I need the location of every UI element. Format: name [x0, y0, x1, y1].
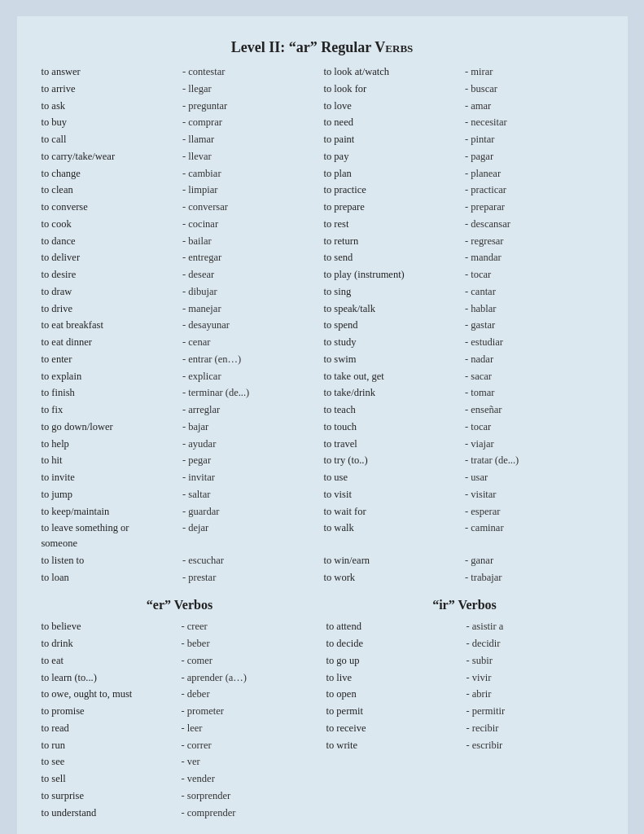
ar-verb-spanish-left-12: - desear [182, 267, 321, 283]
ar-verb-english-left-1: to arrive [42, 81, 180, 97]
ar-verb-english-left-12: to desire [42, 267, 180, 283]
ar-verb-english-right-17: to swim [324, 352, 462, 367]
ar-verb-spanish-right-6: - planear [465, 166, 603, 182]
ar-verb-spanish-right-20: - enseñar [465, 402, 603, 418]
ar-verb-spanish-right-3: - necesitar [465, 115, 603, 130]
ir-verb-spanish-2: - subir [467, 653, 603, 669]
ar-verb-english-right-28: to win/earn [324, 553, 462, 568]
ar-verb-english-left-15: to eat breakfast [42, 318, 180, 333]
ar-verb-english-right-5: to pay [324, 149, 462, 165]
ar-verb-spanish-right-13: - cantar [465, 284, 603, 300]
er-verb-spanish-0: - creer [182, 619, 318, 634]
ar-verb-spanish-right-25: - visitar [465, 487, 603, 503]
er-verb-spanish-1: - beber [182, 636, 318, 652]
ar-verb-english-right-14: to speak/talk [324, 301, 462, 317]
ar-verb-spanish-left-4: - llamar [182, 132, 321, 147]
ir-verb-english-6: to receive [326, 721, 463, 736]
er-verb-spanish-11: - comprender [182, 805, 318, 821]
ar-verb-spanish-left-1: - llegar [182, 81, 321, 97]
ar-verb-english-right-27: to walk [324, 520, 462, 551]
ar-verb-spanish-right-5: - pagar [465, 149, 603, 165]
section-title: Level II: “ar” Regular Verbs [42, 39, 603, 56]
ir-verb-english-4: to open [326, 687, 463, 702]
er-verb-english-11: to understand [42, 805, 178, 821]
ar-verb-spanish-left-19: - terminar (de...) [182, 385, 321, 401]
ar-verb-english-right-11: to send [324, 250, 462, 266]
ar-verb-english-left-9: to cook [42, 217, 180, 232]
ar-verb-english-left-22: to help [42, 437, 180, 452]
ar-verb-english-left-29: to loan [42, 570, 180, 586]
ar-verb-english-left-8: to converse [42, 200, 180, 215]
ar-verb-spanish-right-10: - regresar [465, 234, 603, 249]
ar-verb-english-left-11: to deliver [42, 250, 180, 266]
ar-verb-english-right-15: to spend [324, 318, 462, 333]
er-verb-spanish-2: - comer [182, 653, 318, 669]
ar-verb-spanish-right-24: - usar [465, 470, 603, 485]
er-verb-spanish-4: - deber [182, 687, 318, 702]
ar-verb-english-left-0: to answer [42, 64, 180, 80]
er-verb-english-1: to drink [42, 636, 178, 652]
ar-verb-english-right-7: to practice [324, 182, 462, 198]
ar-verb-spanish-right-22: - viajar [465, 437, 603, 452]
ar-verb-english-right-0: to look at/watch [324, 64, 462, 80]
ar-verb-english-right-8: to prepare [324, 200, 462, 215]
ar-verb-english-left-2: to ask [42, 99, 180, 114]
er-verbs-grid: to believe- creerto drink- beberto eat- … [42, 619, 318, 820]
er-verb-spanish-7: - correr [182, 738, 318, 753]
ar-verb-spanish-right-2: - amar [465, 99, 603, 114]
ar-verb-spanish-right-23: - tratar (de...) [465, 453, 603, 468]
ar-verb-spanish-left-25: - saltar [182, 487, 321, 503]
ar-verb-english-right-12: to play (instrument) [324, 267, 462, 283]
ar-verb-spanish-right-11: - mandar [465, 250, 603, 266]
ar-verb-spanish-left-7: - limpiar [182, 182, 321, 198]
ar-verb-spanish-right-7: - practicar [465, 182, 603, 198]
ar-verb-spanish-left-26: - guardar [182, 504, 321, 520]
ir-verb-english-7: to write [326, 738, 463, 753]
ar-verb-english-right-13: to sing [324, 284, 462, 300]
er-verb-english-0: to believe [42, 619, 178, 634]
ar-verb-spanish-left-16: - cenar [182, 335, 321, 350]
ar-verb-english-right-2: to love [324, 99, 462, 114]
ar-verb-spanish-right-15: - gastar [465, 318, 603, 333]
ar-verb-spanish-left-0: - contestar [182, 64, 321, 80]
ir-verb-spanish-1: - decidir [467, 636, 603, 652]
subsections-row: “er” Verbos to believe- creerto drink- b… [42, 598, 603, 820]
ar-verb-spanish-right-16: - estudiar [465, 335, 603, 350]
ar-verbs-grid: to answer- contestarto look at/watch- mi… [42, 64, 603, 585]
ar-verb-english-left-5: to carry/take/wear [42, 149, 180, 165]
ar-verb-english-left-27: to leave something or someone [42, 520, 180, 551]
ar-verb-english-right-20: to teach [324, 402, 462, 418]
ar-verb-spanish-left-6: - cambiar [182, 166, 321, 182]
ir-verb-english-2: to go up [326, 653, 463, 669]
er-verb-spanish-8: - ver [182, 754, 318, 770]
ar-verb-spanish-left-3: - comprar [182, 115, 321, 130]
ir-verb-english-0: to attend [326, 619, 463, 634]
ar-verb-spanish-left-11: - entregar [182, 250, 321, 266]
ar-verb-english-right-18: to take out, get [324, 369, 462, 384]
ir-verb-english-3: to live [326, 670, 463, 686]
ar-verb-spanish-left-21: - bajar [182, 419, 321, 435]
ir-title: “ir” Verbos [326, 598, 603, 612]
ar-verb-english-left-17: to enter [42, 352, 180, 367]
ar-verb-spanish-left-23: - pegar [182, 453, 321, 468]
ar-verb-spanish-right-1: - buscar [465, 81, 603, 97]
ar-verb-english-right-19: to take/drink [324, 385, 462, 401]
ar-verb-spanish-left-5: - llevar [182, 149, 321, 165]
ar-verb-spanish-left-22: - ayudar [182, 437, 321, 452]
ar-verb-spanish-left-13: - dibujar [182, 284, 321, 300]
ar-verb-spanish-left-8: - conversar [182, 200, 321, 215]
ar-verb-spanish-right-8: - preparar [465, 200, 603, 215]
ar-verb-english-right-10: to return [324, 234, 462, 249]
er-verb-english-5: to promise [42, 704, 178, 719]
ar-verb-english-left-13: to draw [42, 284, 180, 300]
ar-verb-english-right-26: to wait for [324, 504, 462, 520]
er-title: “er” Verbos [42, 598, 318, 612]
ar-verb-english-left-7: to clean [42, 182, 180, 198]
er-verb-english-7: to run [42, 738, 178, 753]
ar-verb-spanish-right-14: - hablar [465, 301, 603, 317]
ar-verb-spanish-right-4: - pintar [465, 132, 603, 147]
ar-verb-spanish-left-24: - invitar [182, 470, 321, 485]
ir-verb-spanish-7: - escribir [467, 738, 603, 753]
ar-verb-english-left-21: to go down/lower [42, 419, 180, 435]
er-verb-english-2: to eat [42, 653, 178, 669]
